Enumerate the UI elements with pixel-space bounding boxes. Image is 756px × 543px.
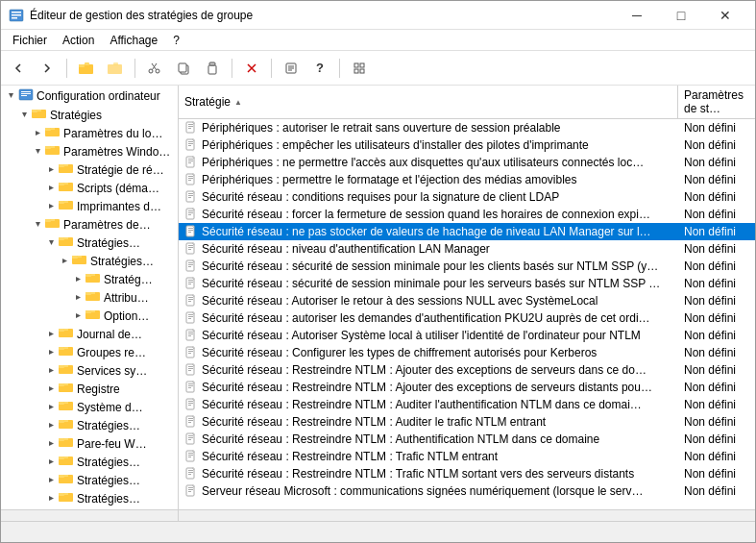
folder-icon bbox=[32, 108, 47, 122]
list-row[interactable]: Périphériques : empêcher les utilisateur… bbox=[179, 136, 755, 154]
tree-item[interactable]: Pare-feu W… bbox=[1, 434, 178, 453]
tree-item[interactable]: Stratégie de ré… bbox=[1, 160, 178, 179]
menu-help[interactable]: ? bbox=[165, 32, 187, 49]
folder2-button[interactable] bbox=[102, 55, 129, 82]
svg-rect-156 bbox=[188, 401, 193, 402]
svg-rect-93 bbox=[188, 180, 191, 181]
tree-item[interactable]: Stratégies… bbox=[1, 489, 178, 507]
tree-expand-icon bbox=[70, 311, 85, 320]
menu-affichage[interactable]: Affichage bbox=[102, 32, 165, 49]
tree-item[interactable]: Option… bbox=[1, 307, 178, 325]
forward-button[interactable] bbox=[34, 55, 61, 82]
tree-item[interactable]: Stratégies… bbox=[1, 252, 178, 270]
svg-rect-113 bbox=[188, 249, 191, 250]
tree-item[interactable]: Imprimantes d… bbox=[1, 197, 178, 215]
cell-params: Non défini bbox=[678, 327, 755, 344]
close-button[interactable]: ✕ bbox=[703, 1, 747, 30]
tree-item[interactable]: Attribu… bbox=[1, 288, 178, 307]
list-row[interactable]: Périphériques : ne permettre l'accès aux… bbox=[179, 154, 755, 171]
svg-rect-70 bbox=[59, 457, 64, 459]
list-row[interactable]: Sécurité réseau : Restreindre NTLM : Ajo… bbox=[179, 379, 755, 396]
list-row[interactable]: Sécurité réseau : Autoriser le retour à … bbox=[179, 292, 755, 309]
tree-item-label: Journal de… bbox=[77, 328, 142, 341]
tree-item[interactable]: Paramètres Windo… bbox=[1, 142, 178, 160]
list-row[interactable]: Sécurité réseau : Restreindre NTLM : Tra… bbox=[179, 465, 755, 482]
minimize-button[interactable]: ─ bbox=[615, 1, 659, 30]
tree-item-label: Imprimantes d… bbox=[77, 200, 161, 213]
tree-item[interactable]: Stratégies… bbox=[1, 453, 178, 471]
copy-button[interactable] bbox=[170, 55, 197, 82]
paste-icon bbox=[206, 62, 219, 75]
tree-expand-icon bbox=[70, 275, 85, 284]
tree-item[interactable]: Stratégies bbox=[1, 106, 178, 124]
help-button[interactable]: ? bbox=[306, 55, 333, 82]
list-row[interactable]: Sécurité réseau : Autoriser Système loca… bbox=[179, 327, 755, 344]
list-row[interactable]: Périphériques : autoriser le retrait san… bbox=[179, 119, 755, 136]
extra-button[interactable] bbox=[346, 55, 373, 82]
document-icon bbox=[184, 294, 198, 308]
cell-strategie: Sécurité réseau : Restreindre NTLM : Aud… bbox=[179, 413, 678, 431]
svg-rect-28 bbox=[21, 91, 31, 92]
tree-expand-icon bbox=[43, 494, 59, 503]
cell-params: Non défini bbox=[678, 482, 755, 500]
tree-item[interactable]: Paramètres de… bbox=[1, 215, 178, 234]
back-button[interactable] bbox=[5, 55, 32, 82]
list-row[interactable]: Périphériques : permettre le formatage e… bbox=[179, 171, 755, 188]
cut-button[interactable] bbox=[141, 55, 168, 82]
properties-button[interactable] bbox=[278, 55, 305, 82]
tree-hscroll[interactable] bbox=[1, 509, 179, 521]
maximize-button[interactable]: □ bbox=[659, 1, 703, 30]
delete-icon bbox=[245, 62, 258, 75]
tree-item[interactable]: Stratégies… bbox=[1, 471, 178, 489]
list-row[interactable]: Sécurité réseau : Restreindre NTLM : Ajo… bbox=[179, 361, 755, 379]
list-row[interactable]: Serveur réseau Microsoft : communication… bbox=[179, 482, 755, 500]
tree-item-label: Stratégies… bbox=[77, 236, 140, 250]
svg-rect-151 bbox=[188, 383, 193, 384]
list-row[interactable]: Sécurité réseau : forcer la fermeture de… bbox=[179, 206, 755, 223]
properties-icon bbox=[284, 62, 298, 75]
document-icon bbox=[184, 398, 198, 411]
tree-item[interactable]: Services sy… bbox=[1, 361, 178, 380]
list-row[interactable]: Sécurité réseau : conditions requises po… bbox=[179, 188, 755, 206]
tree-item[interactable]: Groupes re… bbox=[1, 343, 178, 361]
paste-button[interactable] bbox=[199, 55, 226, 82]
svg-rect-103 bbox=[188, 214, 191, 215]
list-row[interactable]: Sécurité réseau : sécurité de session mi… bbox=[179, 275, 755, 292]
list-row[interactable]: Sécurité réseau : Restreindre NTLM : Aut… bbox=[179, 431, 755, 448]
menu-fichier[interactable]: Fichier bbox=[5, 32, 55, 49]
tree-item[interactable]: Scripts (déma… bbox=[1, 179, 178, 197]
document-icon bbox=[184, 173, 198, 186]
cell-params: Non défini bbox=[678, 240, 755, 258]
cell-strategie: Périphériques : ne permettre l'accès aux… bbox=[179, 154, 678, 171]
list-row[interactable]: Sécurité réseau : Restreindre NTLM : Aud… bbox=[179, 413, 755, 431]
tree-item[interactable]: Système d… bbox=[1, 398, 178, 416]
list-row[interactable]: Sécurité réseau : Restreindre NTLM : Aud… bbox=[179, 396, 755, 413]
list-row[interactable]: Sécurité réseau : sécurité de session mi… bbox=[179, 258, 755, 275]
svg-rect-7 bbox=[108, 64, 122, 74]
list-row[interactable]: Sécurité réseau : autoriser les demandes… bbox=[179, 309, 755, 327]
tree-item[interactable]: Registre bbox=[1, 380, 178, 398]
menu-action[interactable]: Action bbox=[55, 32, 102, 49]
col-header-params[interactable]: Paramètres de st… bbox=[678, 86, 755, 118]
tree-item[interactable]: Journal de… bbox=[1, 325, 178, 343]
tree-item[interactable]: Stratég… bbox=[1, 270, 178, 288]
delete-button[interactable] bbox=[238, 55, 265, 82]
list-row[interactable]: Sécurité réseau : niveau d'authentificat… bbox=[179, 240, 755, 258]
svg-rect-52 bbox=[85, 292, 91, 295]
list-row[interactable]: Sécurité réseau : ne pas stocker de vale… bbox=[179, 223, 755, 240]
folder-button[interactable] bbox=[73, 55, 100, 82]
tree-item[interactable]: Stratégies… bbox=[1, 234, 178, 252]
extra-icon bbox=[353, 62, 366, 75]
folder-icon bbox=[59, 455, 74, 469]
list-hscroll[interactable] bbox=[179, 509, 755, 521]
tree-item[interactable]: Configuration ordinateur bbox=[1, 86, 178, 106]
col-header-strategie[interactable]: Stratégie ▲ bbox=[179, 86, 678, 118]
folder-icon bbox=[59, 491, 74, 506]
app-icon bbox=[9, 8, 24, 23]
list-row[interactable]: Sécurité réseau : Restreindre NTLM : Tra… bbox=[179, 448, 755, 465]
list-row[interactable]: Sécurité réseau : Configurer les types d… bbox=[179, 344, 755, 361]
tree-item[interactable]: Paramètres du lo… bbox=[1, 124, 178, 142]
tree-item[interactable]: Stratégies… bbox=[1, 416, 178, 434]
svg-rect-14 bbox=[179, 63, 186, 72]
strategie-text: Sécurité réseau : Configurer les types d… bbox=[202, 346, 597, 359]
